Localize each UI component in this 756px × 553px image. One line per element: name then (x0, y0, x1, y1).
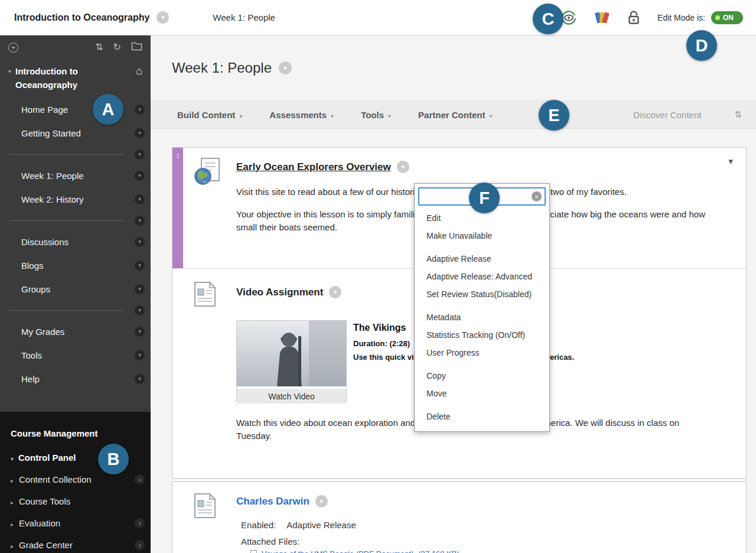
caret-down-icon (331, 110, 334, 120)
context-menu-item[interactable]: Delete (415, 408, 549, 425)
action-bar-button[interactable]: Build Content (177, 110, 242, 120)
expand-caret-icon[interactable] (11, 518, 14, 528)
sidebar-item[interactable]: My Grades (0, 320, 151, 343)
caret-down-icon (388, 110, 391, 120)
expand-caret-icon[interactable] (11, 474, 14, 484)
control-panel-item[interactable]: Evaluation › (0, 512, 151, 534)
context-menu-item[interactable]: Adaptive Release (415, 250, 549, 268)
chevron-down-icon[interactable] (135, 327, 145, 337)
context-menu-item[interactable]: Statistics Tracking (On/Off) (415, 326, 549, 344)
sidebar-item[interactable]: Discussions (0, 230, 151, 253)
drag-handle-icon[interactable] (172, 151, 183, 160)
sidebar-item[interactable]: Home Page (0, 97, 151, 121)
item1-title[interactable]: Early Ocean Explorers Overview (236, 161, 391, 173)
lock-icon[interactable] (627, 10, 641, 25)
menu-toolbar (0, 35, 151, 59)
context-menu-item[interactable]: Copy (415, 367, 549, 385)
content-list-continued: Charles Darwin Enabled: Adaptive Release… (172, 482, 747, 553)
menu-divider (0, 301, 151, 320)
sidebar-item[interactable]: Week 1: People (0, 164, 151, 187)
context-menu-item[interactable]: Move (415, 385, 549, 402)
chevron-down-icon[interactable] (135, 374, 145, 384)
context-menu-group: MetadataStatistics Tracking (On/Off)User… (415, 308, 549, 362)
chevron-down-icon[interactable] (135, 284, 145, 294)
expand-caret-icon[interactable] (11, 540, 14, 550)
sidebar-item[interactable]: Getting Started (0, 121, 151, 145)
chevron-down-icon[interactable] (279, 61, 292, 74)
item-options-chevron-icon[interactable] (329, 286, 341, 298)
chevron-down-icon[interactable] (135, 305, 145, 315)
context-menu-group: Delete (415, 408, 549, 425)
expand-caret-icon[interactable] (11, 496, 14, 506)
chevron-down-icon[interactable] (135, 350, 145, 360)
sidebar-course-title[interactable]: Introduction to Oceanography (15, 65, 78, 92)
item-options-chevron-icon[interactable] (397, 161, 409, 173)
control-panel-item-label: Evaluation (19, 518, 60, 528)
action-bar-button-label: Tools (361, 110, 384, 120)
control-panel-item[interactable]: Content Collection › (0, 469, 151, 490)
context-menu-item[interactable]: User Progress (415, 344, 549, 362)
menu-group-2: Week 1: People Week 2: History (0, 164, 151, 211)
watch-video-button[interactable]: Watch Video (237, 389, 346, 404)
theme-palette-icon[interactable] (594, 10, 610, 25)
sidebar-item-label: Tools (21, 350, 42, 360)
chevron-down-icon[interactable] (135, 149, 145, 160)
control-panel-item-label: Course Tools (19, 496, 70, 506)
selected-item-highlight (172, 148, 183, 268)
discover-content-link[interactable]: Discover Content (633, 110, 701, 120)
action-bar-button-label: Build Content (177, 110, 235, 120)
context-menu-item[interactable]: Metadata (415, 308, 549, 326)
course-menu-header: Introduction to Oceanography (0, 59, 151, 92)
breadcrumb[interactable]: Week 1: People (213, 12, 275, 22)
chevron-right-icon[interactable]: › (135, 518, 145, 528)
reorder-icon[interactable] (95, 43, 103, 52)
chevron-right-icon[interactable]: › (135, 474, 145, 484)
action-bar-button-label: Partner Content (418, 110, 485, 120)
attached-file-name[interactable]: Voyage of the HMS Beagle (PDF Document) (262, 549, 413, 553)
sidebar-item[interactable]: Groups (0, 277, 151, 301)
home-icon[interactable] (136, 65, 142, 92)
chevron-down-icon[interactable] (135, 237, 145, 247)
content-item-icon (194, 493, 216, 521)
display-options-folder-icon[interactable] (131, 42, 142, 53)
sidebar-item-label: Getting Started (21, 128, 81, 138)
chevron-down-icon[interactable] (135, 105, 145, 115)
action-bar-button[interactable]: Tools (361, 110, 391, 120)
clear-search-icon[interactable] (532, 191, 542, 201)
sidebar-item[interactable]: Blogs (0, 253, 151, 277)
chevron-down-icon[interactable] (135, 261, 145, 271)
sidebar-item[interactable]: Week 2: History (0, 187, 151, 211)
attached-file-row[interactable]: Voyage of the HMS Beagle (PDF Document) … (250, 549, 460, 553)
chevron-down-icon[interactable] (135, 171, 145, 181)
edit-mode-label: Edit Mode is: (657, 13, 705, 22)
sidebar-item[interactable]: Tools (0, 343, 151, 367)
refresh-icon[interactable] (113, 43, 121, 52)
control-panel-item[interactable]: Course Tools (0, 490, 151, 512)
chevron-down-icon[interactable] (135, 194, 145, 204)
add-menu-item-icon[interactable] (8, 43, 18, 53)
context-menu-item[interactable]: Adaptive Release: Advanced (415, 268, 549, 285)
context-menu-item[interactable]: Set Review Status(Disabled) (415, 285, 549, 303)
action-bar-button[interactable]: Partner Content (418, 110, 492, 120)
chevron-right-icon[interactable]: › (135, 540, 145, 550)
sidebar-item-label: Week 2: History (21, 194, 84, 204)
callout-d: D (686, 30, 717, 61)
edit-mode-toggle[interactable]: ON (711, 11, 743, 24)
collapse-caret-icon[interactable] (8, 68, 11, 92)
action-bar-button[interactable]: Assessments (269, 110, 334, 120)
item2-title[interactable]: Video Assignment (236, 287, 323, 298)
sort-icon[interactable] (734, 109, 742, 120)
chevron-down-icon[interactable] (135, 128, 145, 138)
control-panel-item[interactable]: Grade Center › (0, 534, 151, 553)
video-thumbnail[interactable]: Watch Video (236, 320, 347, 402)
item-options-chevron-icon[interactable] (315, 495, 328, 508)
file-icon (250, 550, 257, 553)
context-menu-item[interactable]: Make Unavailable (415, 227, 549, 245)
collapse-item-caret-icon[interactable] (728, 156, 733, 167)
menu-divider (0, 145, 151, 164)
sidebar-item[interactable]: Help (0, 367, 151, 391)
chevron-down-icon[interactable] (135, 216, 145, 226)
chevron-down-icon[interactable] (157, 11, 169, 24)
item3-title-link[interactable]: Charles Darwin (236, 496, 309, 508)
callout-b: B (98, 444, 129, 474)
